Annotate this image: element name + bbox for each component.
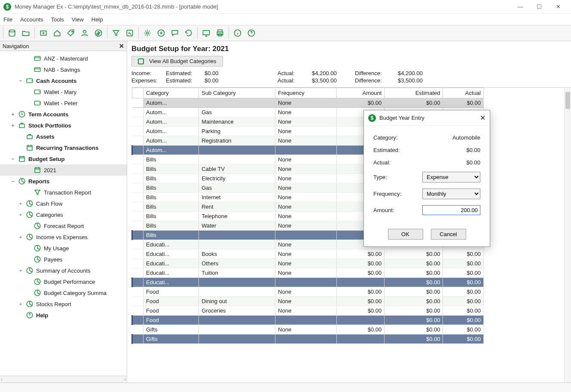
table-row[interactable]: Gifts$0.00$0.00: [132, 334, 484, 344]
table-row[interactable]: Educati...OthersNone$0.00$0.00$0.00: [132, 259, 484, 268]
toolbar-info-icon[interactable]: [231, 27, 244, 40]
tree-twisty-icon[interactable]: −: [18, 78, 23, 83]
nav-item[interactable]: Budget Category Summa: [0, 287, 127, 298]
checkbox-icon[interactable]: [138, 58, 144, 64]
nav-item[interactable]: My Usage: [0, 243, 127, 254]
table-row[interactable]: GiftsNone$0.00$0.00$0.00: [132, 325, 484, 334]
menu-help[interactable]: Help: [92, 16, 103, 23]
column-header[interactable]: Amount: [337, 88, 385, 98]
nav-item[interactable]: +Categories: [0, 209, 127, 220]
toolbar-folder-icon[interactable]: [19, 27, 32, 40]
toolbar-print-icon[interactable]: [214, 27, 226, 40]
navigation-scrollbar[interactable]: ‹›: [0, 376, 127, 383]
tree-twisty-icon[interactable]: +: [18, 234, 23, 240]
menu-file[interactable]: File: [3, 16, 12, 23]
table-cell: $0.00: [385, 98, 443, 108]
nav-item[interactable]: −Budget Setup: [0, 153, 127, 164]
nav-item[interactable]: Wallet - Peter: [0, 97, 127, 109]
toolbar-new-account-icon[interactable]: [37, 27, 50, 40]
window-close-button[interactable]: ✕: [549, 1, 568, 13]
dialog-cancel-button[interactable]: Cancel: [431, 229, 466, 240]
tree-twisty-icon[interactable]: +: [18, 201, 23, 206]
dialog-close-icon[interactable]: ✕: [480, 114, 486, 122]
toolbar-currency-icon[interactable]: [92, 27, 105, 40]
minimize-button[interactable]: —: [511, 1, 530, 13]
column-header[interactable]: Frequency: [275, 88, 337, 98]
tree-twisty-icon[interactable]: +: [18, 301, 23, 307]
nav-item[interactable]: +Income vs Expenses: [0, 231, 127, 243]
nav-item[interactable]: Forecast Report: [0, 220, 127, 231]
nav-item[interactable]: +Summary of Accounts: [0, 265, 127, 276]
nav-item[interactable]: Budget Performance: [0, 276, 127, 287]
nav-item[interactable]: +Cash Flow: [0, 198, 127, 209]
dialog-ok-button[interactable]: OK: [388, 229, 423, 240]
nav-item[interactable]: Payees: [0, 254, 127, 265]
toolbar-filter-icon[interactable]: [110, 27, 122, 40]
toolbar-gear-icon[interactable]: [141, 27, 154, 40]
summary-difference-label: Difference:: [355, 70, 398, 76]
nav-item[interactable]: +Stocks Report: [0, 298, 127, 310]
nav-item[interactable]: Transaction Report: [0, 187, 127, 198]
toolbar-add-icon[interactable]: [155, 27, 168, 40]
nav-item-label: NAB - Savings: [44, 67, 80, 73]
column-header[interactable]: Estimated: [385, 88, 443, 98]
toolbar-comment-icon[interactable]: [168, 27, 181, 40]
toolbar-monitor-icon[interactable]: [200, 27, 213, 40]
toolbar-edit-report-icon[interactable]: [123, 27, 136, 40]
table-cell: [199, 155, 275, 164]
tree-twisty-icon[interactable]: +: [10, 123, 15, 128]
table-row[interactable]: Educati...TuitionNone$0.00$0.00$0.00: [132, 268, 484, 278]
budget-grid[interactable]: CategorySub CategoryFrequencyAmountEstim…: [131, 87, 571, 383]
toolbar-tag-icon[interactable]: [64, 27, 77, 40]
tree-twisty-icon[interactable]: +: [18, 268, 23, 273]
table-cell: $0.00: [443, 325, 484, 334]
nav-item[interactable]: −Cash Accounts: [0, 75, 127, 86]
table-cell: [199, 334, 275, 344]
tree-twisty-icon[interactable]: −: [10, 156, 15, 161]
nav-item[interactable]: +Term Accounts: [0, 109, 127, 120]
dialog-type-select[interactable]: Expense: [422, 172, 480, 182]
nav-item[interactable]: Recurring Transactions: [0, 142, 127, 153]
table-row[interactable]: Educati...BooksNone$0.00$0.00$0.00: [132, 249, 484, 259]
nav-item-label: Income vs Expenses: [36, 234, 88, 240]
dialog-frequency-select[interactable]: Monthly: [422, 188, 480, 199]
table-row[interactable]: Autom...None$0.00$0.00$0.00: [132, 98, 484, 108]
menu-view[interactable]: View: [72, 16, 84, 23]
toolbar-database-icon[interactable]: [6, 27, 18, 40]
menu-tools[interactable]: Tools: [51, 16, 64, 23]
toolbar-refresh-icon[interactable]: [182, 27, 195, 40]
summary-income-diff: $4,200.00: [398, 70, 437, 76]
tree-twisty-icon[interactable]: +: [18, 212, 23, 217]
table-row[interactable]: FoodGroceriesNone$0.00$0.00$0.00: [132, 306, 484, 316]
table-row[interactable]: Educati...$0.00$0.00: [132, 278, 484, 287]
menu-accounts[interactable]: Accounts: [20, 16, 43, 23]
table-cell: Tuition: [199, 268, 275, 278]
nav-item[interactable]: ANZ - Mastercard: [0, 53, 127, 64]
column-header[interactable]: Sub Category: [199, 88, 275, 98]
nav-item[interactable]: Assets: [0, 131, 127, 142]
toolbar-home-icon[interactable]: [51, 27, 64, 40]
column-header[interactable]: [132, 88, 144, 98]
view-all-categories-button[interactable]: View All Budget Categories: [131, 56, 223, 67]
nav-item[interactable]: −Reports: [0, 176, 127, 187]
nav-item[interactable]: +Stock Portfolios: [0, 120, 127, 131]
column-header[interactable]: Actual: [443, 88, 484, 98]
tree-twisty-icon[interactable]: −: [10, 179, 15, 184]
nav-item[interactable]: Help: [0, 310, 127, 321]
nav-item[interactable]: Wallet - Mary: [0, 86, 127, 97]
table-row[interactable]: Food$0.00$0.00: [132, 316, 484, 325]
column-header[interactable]: Category: [144, 88, 199, 98]
tree-twisty-icon[interactable]: +: [10, 112, 15, 117]
toolbar-user-icon[interactable]: [78, 27, 91, 40]
table-row[interactable]: FoodDining outNone$0.00$0.00$0.00: [132, 297, 484, 306]
table-row[interactable]: FoodNone$0.00$0.00$0.00: [132, 287, 484, 297]
vertical-scrollbar[interactable]: [564, 88, 571, 383]
toolbar-help-icon[interactable]: [245, 27, 258, 40]
maximize-button[interactable]: ☐: [530, 1, 549, 13]
nav-item[interactable]: 2021: [0, 164, 127, 176]
dialog-amount-input[interactable]: [422, 205, 480, 215]
navigation-close-icon[interactable]: ✕: [119, 43, 124, 49]
table-cell: $0.00: [337, 325, 385, 334]
nav-item[interactable]: NAB - Savings: [0, 64, 127, 75]
navigation-tree[interactable]: ANZ - MastercardNAB - Savings−Cash Accou…: [0, 51, 127, 376]
